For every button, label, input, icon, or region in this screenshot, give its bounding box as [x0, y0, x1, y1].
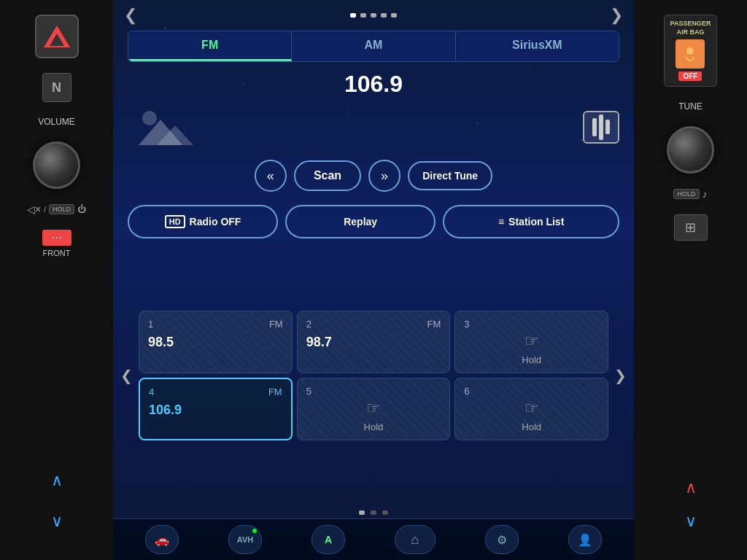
dot-4	[381, 13, 387, 18]
hd-badge: HD	[165, 215, 185, 228]
album-art-area	[113, 101, 634, 152]
tab-siriusxm[interactable]: SiriusXM	[456, 31, 619, 61]
preset-4[interactable]: 4 FM 106.9	[139, 378, 293, 440]
preset-4-band: FM	[268, 386, 282, 397]
airbag-text: PASSENGERAIR BAG	[670, 20, 711, 36]
front-heat-icon: ⋯	[42, 230, 71, 246]
center-screen: ❮ ❯ FM AM SiriusXM 106.9	[113, 0, 634, 560]
preset-2-band: FM	[427, 319, 441, 330]
airbag-off-badge: OFF	[678, 71, 702, 81]
auto-button[interactable]: A	[311, 525, 345, 554]
equalizer-icon[interactable]	[583, 111, 619, 144]
preset-2-num: 2	[306, 319, 311, 330]
preset-3-num: 3	[464, 319, 469, 330]
settings-icon: ⚙	[497, 533, 507, 547]
frequency-display: 106.9	[113, 62, 634, 101]
page-dot-1	[359, 510, 365, 515]
airbag-icon	[676, 39, 705, 69]
preset-5-hold: ☞ Hold	[306, 399, 441, 432]
preset-2-freq: 98.7	[306, 335, 441, 350]
seat-heat-button[interactable]: ⊞	[674, 214, 708, 241]
hold-hand-icon-5: ☞	[366, 399, 381, 418]
airbag-svg	[680, 44, 700, 64]
next-button[interactable]: »	[368, 160, 400, 192]
station-list-label: Station List	[508, 216, 564, 228]
preset-6-hold: ☞ Hold	[464, 399, 599, 432]
right-arrow-down[interactable]: ∨	[685, 512, 697, 531]
volume-label: VOLUME	[38, 117, 75, 127]
page-dots	[113, 507, 634, 518]
preset-right-arrow[interactable]: ❯	[611, 367, 630, 384]
dot-2	[360, 13, 366, 18]
preset-3[interactable]: 3 ☞ Hold	[454, 311, 608, 373]
seat-heat-icon: ⊞	[685, 219, 696, 236]
direct-tune-button[interactable]: Direct Tune	[408, 161, 492, 190]
tune-hold-badge: HOLD	[673, 189, 699, 199]
prev-button[interactable]: «	[255, 160, 287, 192]
scan-button[interactable]: Scan	[294, 160, 361, 191]
dot-3	[371, 13, 376, 18]
avh-button[interactable]: AVH	[228, 525, 262, 554]
tune-label: TUNE	[678, 101, 703, 112]
replay-button[interactable]: Replay	[285, 205, 436, 238]
right-panel: PASSENGERAIR BAG OFF TUNE HOLD ♪ ⊞ ∧ ∨	[634, 0, 747, 560]
hold-text-3: Hold	[522, 354, 541, 365]
settings-button[interactable]: ⚙	[485, 525, 519, 554]
preset-1-freq: 98.5	[148, 335, 283, 350]
preset-grid: 1 FM 98.5 2 FM 98.7	[139, 311, 608, 440]
hold-hand-icon-3: ☞	[525, 332, 539, 351]
hazard-button[interactable]	[35, 15, 79, 58]
preset-4-freq: 106.9	[149, 402, 282, 418]
top-dots	[350, 13, 397, 18]
tab-fm[interactable]: FM	[128, 31, 292, 61]
hold-badge: HOLD	[49, 204, 74, 214]
svg-point-0	[142, 111, 157, 125]
volume-knob[interactable]	[33, 141, 80, 189]
right-arrow-up[interactable]: ∧	[685, 478, 697, 497]
top-nav-right-arrow[interactable]: ❯	[610, 6, 623, 25]
album-art	[135, 105, 193, 149]
user-button[interactable]: 👤	[568, 525, 602, 554]
hold-hand-icon-6: ☞	[525, 399, 539, 418]
secondary-controls: HD Radio OFF Replay ≡ Station List	[113, 199, 634, 244]
bottom-bar: 🚗 AVH A ⌂ ⚙ 👤	[113, 518, 634, 560]
power-icon: ⏻	[77, 204, 86, 214]
preset-6[interactable]: 6 ☞ Hold	[454, 378, 608, 440]
tune-knob[interactable]	[667, 126, 714, 174]
mute-icon: ◁×	[27, 203, 41, 215]
home-button[interactable]: ⌂	[395, 525, 436, 554]
hd-radio-button[interactable]: HD Radio OFF	[128, 205, 278, 238]
hd-radio-label: Radio OFF	[190, 216, 241, 228]
top-nav: ❮ ❯	[113, 0, 634, 31]
album-art-icon	[135, 105, 193, 149]
home-icon: ⌂	[411, 532, 419, 548]
tab-am[interactable]: AM	[292, 31, 455, 61]
preset-3-hold: ☞ Hold	[464, 332, 599, 365]
dot-5	[391, 13, 397, 18]
preset-5[interactable]: 5 ☞ Hold	[297, 378, 451, 440]
hold-text-5: Hold	[364, 421, 384, 432]
outer-frame: N VOLUME ◁× / HOLD ⏻ ⋯ FRONT ∧ ∨ ❮	[0, 0, 747, 560]
music-icon: ♪	[703, 188, 708, 200]
preset-6-num: 6	[464, 386, 469, 397]
front-button[interactable]: ⋯ FRONT	[42, 230, 71, 257]
station-list-button[interactable]: ≡ Station List	[443, 205, 619, 238]
preset-1[interactable]: 1 FM 98.5	[139, 311, 293, 373]
car-button[interactable]: 🚗	[145, 525, 179, 554]
preset-left-arrow[interactable]: ❮	[117, 367, 136, 384]
hold-music-row: HOLD ♪	[673, 188, 707, 200]
source-tabs: FM AM SiriusXM	[128, 31, 619, 62]
user-icon: 👤	[578, 533, 592, 547]
left-arrow-up[interactable]: ∧	[51, 471, 63, 490]
dot-1	[350, 13, 356, 18]
top-nav-left-arrow[interactable]: ❮	[124, 6, 137, 25]
preset-4-num: 4	[149, 386, 154, 397]
mute-hold-row: ◁× / HOLD ⏻	[27, 203, 86, 215]
avh-label: AVH	[237, 535, 253, 544]
station-list-icon: ≡	[498, 216, 504, 228]
car-icon: 🚗	[155, 533, 169, 547]
preset-2[interactable]: 2 FM 98.7	[297, 311, 451, 373]
left-arrow-down[interactable]: ∨	[51, 512, 63, 531]
preset-1-num: 1	[148, 319, 153, 330]
nfc-button[interactable]: N	[42, 73, 71, 102]
